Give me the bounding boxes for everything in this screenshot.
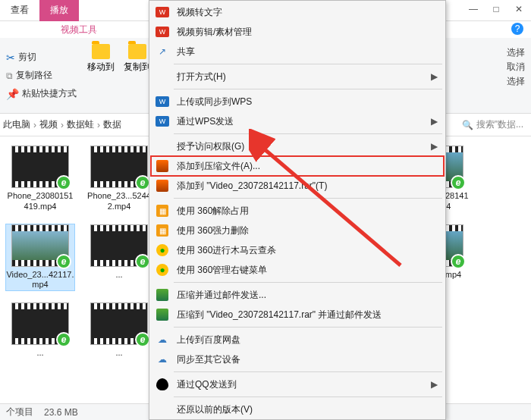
submenu-arrow-icon: ▶	[431, 379, 438, 390]
menu-item-label: 打开方式(H)	[177, 71, 423, 83]
sync-badge-icon: e	[135, 332, 150, 347]
hint3: 选择	[507, 74, 525, 89]
film-strip-icon	[12, 225, 68, 231]
sync-badge-icon: e	[56, 175, 71, 190]
menu-item[interactable]: 授予访问权限(G)▶	[151, 136, 444, 156]
menu-item[interactable]: ●使用 360进行木马云查杀	[151, 240, 444, 260]
file-item[interactable]: e ...	[85, 302, 153, 369]
rar-icon	[156, 160, 168, 172]
tab-video-tools[interactable]: 视频工具	[61, 24, 97, 36]
menu-item[interactable]: W通过WPS发送▶	[151, 111, 444, 131]
menu-item[interactable]: ☁同步至其它设备	[151, 349, 444, 369]
menu-separator	[174, 396, 442, 397]
wps-icon: W	[156, 27, 169, 37]
menu-item-label: 使用 360解除占用	[177, 205, 438, 218]
menu-item[interactable]: ▦使用 360解除占用	[151, 201, 444, 221]
search-input[interactable]: 🔍 搜索"数据...	[457, 118, 528, 131]
menu-item[interactable]: W上传或同步到WPS	[151, 92, 444, 111]
menu-separator	[174, 64, 442, 64]
wps-icon: W	[156, 7, 169, 17]
file-item[interactable]: e ...	[6, 302, 74, 369]
file-name: ...	[115, 270, 122, 281]
ribbon-organize-group: 移动到 复制到	[84, 41, 154, 110]
menu-item-label: 使用 360管理右键菜单	[177, 264, 438, 277]
sync-badge-icon: e	[451, 254, 466, 269]
crumb-folder[interactable]: 数据蛙	[67, 118, 94, 131]
crumb-video[interactable]: 视频	[39, 118, 58, 131]
menu-item[interactable]: 添加到 "Video_230728142117.rar"(T)	[151, 176, 444, 196]
crumb-sub[interactable]: 数据	[103, 118, 121, 131]
ribbon-right-hints: 选择 取消 选择	[507, 45, 525, 89]
menu-item[interactable]: W视频转文字	[151, 2, 444, 22]
maximize-button[interactable]: □	[490, 3, 502, 15]
submenu-arrow-icon: ▶	[431, 116, 438, 127]
menu-item[interactable]: 还原以前的版本(V)	[151, 400, 444, 419]
file-item[interactable]: e ...	[85, 224, 153, 291]
archive-icon	[156, 309, 168, 321]
cloud-icon: ☁	[158, 334, 167, 345]
crumb-pc[interactable]: 此电脑	[3, 118, 30, 131]
wps-icon: W	[156, 116, 169, 127]
cut-button[interactable]: ✂剪切	[5, 49, 78, 65]
menu-item[interactable]: 打开方式(H)▶	[151, 67, 444, 86]
sync-badge-icon: e	[56, 332, 71, 347]
menu-item[interactable]: ☁上传到百度网盘	[151, 330, 444, 349]
film-strip-icon	[91, 225, 147, 231]
scissors-icon: ✂	[6, 52, 15, 64]
menu-item-label: 压缩到 "Video_230728142117.rar" 并通过邮件发送	[177, 309, 438, 321]
thumbnail: e	[11, 224, 69, 267]
path-icon: ⧉	[6, 71, 13, 81]
menu-item[interactable]: ▦使用 360强力删除	[151, 221, 444, 240]
thumbnail: e	[11, 146, 69, 188]
copy-path-button[interactable]: ⧉复制路径	[5, 67, 78, 83]
menu-item[interactable]: 添加到压缩文件(A)...	[151, 156, 444, 176]
file-name: ...	[115, 348, 122, 359]
tab-view[interactable]: 查看	[0, 0, 39, 21]
menu-item-label: 上传或同步到WPS	[177, 96, 438, 108]
submenu-arrow-icon: ▶	[431, 71, 438, 82]
paste-shortcut-label: 粘贴快捷方式	[22, 87, 77, 100]
breadcrumb[interactable]: 此电脑› 视频› 数据蛙› 数据	[3, 118, 121, 131]
menu-separator	[174, 371, 442, 372]
chevron-right-icon: ›	[96, 120, 102, 130]
menu-item-label: 视频转文字	[177, 6, 438, 19]
menu-item[interactable]: 通过QQ发送到▶	[151, 375, 444, 394]
sync-badge-icon: e	[135, 254, 150, 269]
menu-item[interactable]: W视频剪辑/素材管理	[151, 22, 444, 42]
share-icon: ↗	[159, 46, 166, 57]
film-strip-icon	[12, 146, 68, 152]
360-tool-icon: ▦	[156, 224, 168, 237]
menu-item-label: 使用 360进行木马云查杀	[177, 244, 438, 257]
file-item[interactable]: e Phone_23...52442.mp4	[85, 146, 153, 212]
360-tool-icon: ▦	[156, 205, 168, 217]
wps-icon: W	[156, 96, 169, 107]
close-button[interactable]: ✕	[513, 3, 525, 15]
cut-label: 剪切	[18, 51, 36, 64]
thumbnail: e	[90, 302, 148, 345]
rar-icon	[156, 180, 168, 192]
status-items: 个项目	[6, 406, 33, 418]
move-to-button[interactable]: 移动到	[84, 41, 118, 77]
chevron-right-icon: ›	[59, 120, 65, 130]
menu-item[interactable]: 压缩并通过邮件发送...	[151, 285, 444, 305]
file-name: Phone_23080151419.mp4	[6, 191, 74, 212]
menu-item[interactable]: 压缩到 "Video_230728142117.rar" 并通过邮件发送	[151, 305, 444, 324]
menu-item-label: 通过WPS发送	[177, 115, 423, 128]
file-item[interactable]: e Video_23...42117.mp4	[6, 224, 74, 291]
menu-item[interactable]: ↗共享	[151, 42, 444, 61]
hint2: 取消	[507, 60, 525, 74]
copy-to-label: 复制到	[124, 61, 151, 74]
file-item[interactable]: e Phone_23080151419.mp4	[6, 146, 74, 212]
menu-item-label: 还原以前的版本(V)	[177, 403, 438, 416]
help-button[interactable]: ?	[511, 23, 523, 35]
menu-item[interactable]: ●使用 360管理右键菜单	[151, 260, 444, 280]
menu-item-label: 通过QQ发送到	[177, 378, 423, 391]
film-strip-icon	[91, 303, 147, 309]
menu-item-label: 同步至其它设备	[177, 353, 438, 366]
shortcut-icon: 📌	[6, 88, 19, 100]
archive-icon	[156, 289, 168, 301]
paste-shortcut-button[interactable]: 📌粘贴快捷方式	[5, 86, 78, 102]
tab-play[interactable]: 播放	[39, 0, 79, 21]
minimize-button[interactable]: —	[467, 3, 479, 15]
file-name: Phone_23...52442.mp4	[85, 191, 153, 212]
